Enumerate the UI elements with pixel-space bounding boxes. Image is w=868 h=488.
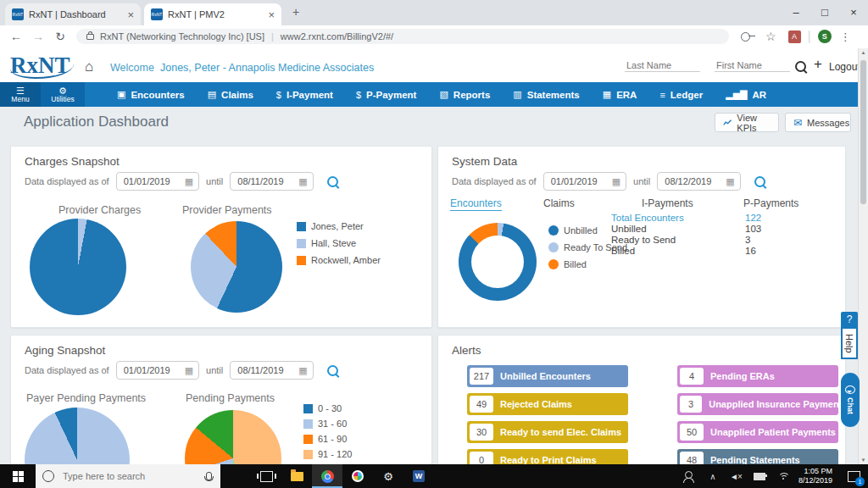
nav-reports[interactable]: ▧Reports [439,89,490,100]
alert-ready-send-claims[interactable]: 30 Ready to send Elec. Claims [467,421,628,443]
nav-encounters[interactable]: ▣Encounters [117,89,185,100]
help-tab[interactable]: Help [841,327,858,359]
tab-close-icon[interactable]: × [268,8,275,21]
date-to-picker[interactable]: ▦ [230,172,313,191]
battery-button[interactable] [748,464,771,488]
people-button[interactable] [676,464,702,488]
nav-utilities[interactable]: ⚙ Utilities [41,82,85,107]
last-name-input[interactable] [625,59,700,72]
settings-button[interactable]: ⚙ [373,464,403,488]
browser-tab-dashboard[interactable]: RxNT RxNT | Dashboard × [5,3,141,25]
date-to-picker[interactable]: ▦ [230,361,313,380]
date-from-input[interactable] [122,175,178,187]
network-button[interactable] [771,464,795,488]
chrome-button[interactable] [312,464,342,488]
new-tab-button[interactable]: + [292,5,299,19]
nav-ar[interactable]: ▂▅▇AR [726,89,766,100]
help-question-icon[interactable]: ? [841,312,858,327]
alert-unapplied-patient[interactable]: 50 Unapplied Patient Payments [677,421,838,443]
date-from-picker[interactable]: ▦ [543,172,626,191]
chat-bubble-icon [845,385,855,394]
browser-menu-icon[interactable]: ⋮ [840,30,851,43]
date-from-input[interactable] [549,175,605,187]
close-icon[interactable]: × [839,6,868,19]
browser-tab-pmv2[interactable]: RxNT RxNT | PMV2 × [144,3,281,25]
charges-snapshot-card: Charges Snapshot Data displayed as of ▦ … [10,146,432,328]
tray-expand-button[interactable]: ∧ [702,464,724,488]
calendar-icon[interactable]: ▦ [185,365,193,376]
patient-search-icon[interactable] [795,61,806,72]
stat-total-encounters-label[interactable]: Total Encounters [611,213,684,223]
date-from-picker[interactable]: ▦ [116,361,199,380]
view-kpis-button[interactable]: View KPIs [715,113,779,132]
calendar-icon[interactable]: ▦ [726,176,734,187]
nav-statements[interactable]: ▥Statements [513,89,579,100]
tab-claims[interactable]: Claims [543,197,575,209]
address-bar[interactable]: RxNT (Networking Technology Inc) [US] | … [76,29,729,44]
date-to-input[interactable] [236,175,292,187]
card-title: System Data [452,155,517,168]
scroll-down-icon[interactable]: ▼ [859,458,868,463]
action-center-button[interactable]: 1 [839,464,868,488]
tab-close-icon[interactable]: × [127,8,134,21]
start-button[interactable] [0,464,36,488]
taskbar-search-input[interactable] [61,470,199,482]
home-icon[interactable]: ⌂ [85,58,93,75]
alert-pending-eras[interactable]: 4 Pending ERAs [677,365,838,387]
taskbar-clock[interactable]: 1:05 PM 8/12/2019 [798,467,832,485]
date-from-input[interactable] [122,364,178,376]
minimize-icon[interactable]: – [782,6,810,19]
scroll-up-icon[interactable]: ▲ [859,50,868,55]
date-from-picker[interactable]: ▦ [116,172,199,191]
nav-p-payment[interactable]: $P-Payment [356,90,417,100]
forward-icon[interactable]: → [27,30,49,43]
add-patient-icon[interactable]: + [814,56,822,73]
messages-button[interactable]: ✉ Messages [785,113,851,132]
account-link[interactable]: Jones, Peter - Annapolis Medicine Associ… [160,62,374,74]
reload-icon[interactable]: ↻ [49,30,71,43]
chat-button[interactable]: Chat [841,373,860,427]
calendar-icon[interactable]: ▦ [298,365,307,376]
alert-unbilled-encounters[interactable]: 217 Unbilled Encounters [467,365,628,387]
nav-claims[interactable]: ▤Claims [208,89,253,100]
windows-taskbar: ⚙ W ∧ ◄× 1:05 PM 8/12/2019 1 [0,464,868,488]
microphone-icon[interactable] [206,472,212,480]
nav-era[interactable]: ▦ERA [603,89,637,100]
alert-rejected-claims[interactable]: 49 Rejected Claims [467,393,628,415]
nav-ledger[interactable]: ≡Ledger [659,90,703,100]
calendar-icon[interactable]: ▦ [185,176,193,187]
search-icon[interactable] [754,176,765,187]
pdf-extension-icon[interactable]: A [788,30,801,43]
statements-icon: ▥ [513,89,521,100]
word-button[interactable]: W [403,464,434,488]
tab-p-payments[interactable]: P-Payments [743,197,798,209]
file-explorer-button[interactable] [281,464,312,488]
key-icon[interactable] [741,32,750,42]
scrollbar-thumb[interactable] [860,60,866,204]
volume-button[interactable]: ◄× [724,464,748,488]
slack-button[interactable] [342,464,373,488]
calendar-icon[interactable]: ▦ [298,176,307,187]
bookmark-star-icon[interactable]: ☆ [765,30,776,43]
nav-i-payment[interactable]: $I-Payment [276,90,333,100]
calendar-icon[interactable]: ▦ [612,176,620,187]
nav-menu[interactable]: ☰ Menu [0,82,41,107]
maximize-icon[interactable]: □ [810,6,839,19]
alert-unapplied-insurance[interactable]: 3 Unapplied Insurance Payments [677,393,838,415]
stat-total-encounters-value[interactable]: 122 [745,213,761,223]
back-icon[interactable]: ← [5,30,27,43]
taskbar-search[interactable] [36,464,220,488]
tab-i-payments[interactable]: I-Payments [642,197,693,209]
nav-label: Claims [221,90,253,100]
profile-avatar[interactable]: S [818,30,832,43]
logout-button[interactable]: Logout [829,61,860,73]
date-to-picker[interactable]: ▦ [657,172,740,191]
task-view-button[interactable] [251,464,281,488]
first-name-input[interactable] [715,59,790,72]
date-to-input[interactable] [663,175,719,187]
search-icon[interactable] [327,365,338,376]
tab-encounters[interactable]: Encounters [450,197,502,211]
search-icon[interactable] [327,176,338,187]
rxnt-logo[interactable]: RxNT [10,54,74,79]
date-to-input[interactable] [236,364,292,376]
